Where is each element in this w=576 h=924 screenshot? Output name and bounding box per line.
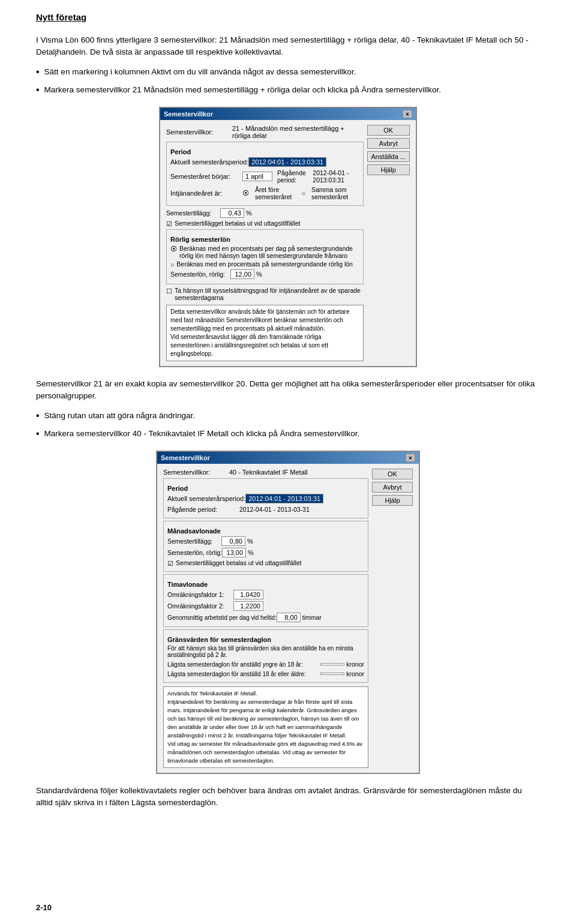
dialog2-hjalp-button[interactable]: Hjälp <box>372 495 413 506</box>
dialog1-box: Semestervillkor × Semestervillkor: 21 - … <box>159 107 417 367</box>
bullet-text-2: Markera semestervillkor 21 Månadslön med… <box>44 84 540 96</box>
dialog2-main: Semestervillkor: 40 - Teknikavtalet IF M… <box>163 469 368 768</box>
dialog2-manavlonade-section: Månadsavlonade Semestertillägg: 0,80 % S… <box>163 521 368 572</box>
dialog1-anstallda-button[interactable]: Anställda ... <box>367 151 410 162</box>
dialog2-gransvarden-section: Gränsvärden för semesterdaglon För att h… <box>163 629 368 683</box>
dialog1-avbryt-button[interactable]: Avbryt <box>367 138 410 149</box>
dialog2-wrapper: Semestervillkor × Semestervillkor: 40 - … <box>36 451 540 774</box>
dialog1-info-text: Detta semestervillkor används både för t… <box>170 308 350 357</box>
dialog2-titlebar: Semestervillkor × <box>157 452 419 464</box>
bullet-dot-4: • <box>36 429 40 439</box>
dialog2-close-button[interactable]: × <box>406 454 415 462</box>
dialog2-checkbox-betalas-label[interactable]: Semestertillägget betalas ut vid uttagst… <box>176 559 302 566</box>
dialog2-avbryt-button[interactable]: Avbryt <box>372 482 413 493</box>
dialog2-semrorlig-value[interactable]: 13,00 <box>222 548 246 557</box>
dialog1-semesterar-row: Semesteråret börjar: 1 april Pågående pe… <box>170 169 359 184</box>
dialog1-close-button[interactable]: × <box>403 110 412 118</box>
dialog2-semrorlig-row: Semesterlön, rörlig: 13,00 % <box>167 548 364 557</box>
dialog2-semtillagg-percent: % <box>247 538 253 545</box>
dialog2-lagsta-aldre-unit: kronor <box>346 670 364 677</box>
footer-text: Standardvärdena följer kollektivavtalets… <box>36 785 540 809</box>
dialog1-checkbox-betalas-row: ☑ Semestertillägget betalas ut vid uttag… <box>166 220 364 227</box>
dialog2-omraknings1-label: Omräkningsfaktor 1: <box>167 591 233 598</box>
dialog2-semestervillkor-value: 40 - Teknikavtalet IF Metall <box>229 469 308 476</box>
dialog2-omraknings2-label: Omräkningsfaktor 2: <box>167 602 233 610</box>
dialog2-semestervillkor-row: Semestervillkor: 40 - Teknikavtalet IF M… <box>163 469 368 476</box>
dialog1-aktuell-row: Aktuell semesterårsperiod: 2012:04:01 - … <box>170 157 359 167</box>
dialog1-checkbox-sysselsattning-label[interactable]: Ta hänsyn till sysselsättningsgrad för i… <box>175 287 364 301</box>
dialog1-radio2-label[interactable]: Samma som semesteråret <box>311 186 359 200</box>
dialog1-semestervillkor-row: Semestervillkor: 21 - Månadslön med seme… <box>166 125 364 139</box>
bullet-dot-1: • <box>36 67 40 77</box>
dialog1-rorlig-radio1-icon: ⦿ <box>170 245 177 253</box>
dialog2-box: Semestervillkor × Semestervillkor: 40 - … <box>156 451 420 774</box>
dialog1-titlebar: Semestervillkor × <box>160 108 416 120</box>
dialog2-omraknings2-row: Omräkningsfaktor 2: 1,2200 <box>167 601 364 611</box>
dialog2-omraknings1-row: Omräkningsfaktor 1: 1,0420 <box>167 590 364 599</box>
dialog1-radio1-label[interactable]: Året före semesteråret <box>255 186 296 200</box>
dialog1-pagaende-label: Pågående period: <box>277 169 310 184</box>
dialog1-semrorlig-row: Semesterlön, rörlig: 12,00 % <box>170 269 359 279</box>
dialog1-rorlig-radio2-row: ○ Beräknas med en procentsats på semeste… <box>170 260 359 268</box>
dialog2-omraknings1-value[interactable]: 1,0420 <box>233 590 263 599</box>
dialog1-pagaende-value: 2012-04-01 - 2013:03:31 <box>313 169 359 184</box>
dialog1-semtillagg-value[interactable]: 0,43 <box>220 208 244 218</box>
dialog1-radio2-icon: ○ <box>302 190 305 197</box>
dialog2-content: Semestervillkor: 40 - Teknikavtalet IF M… <box>157 464 419 773</box>
dialog2-semrorlig-label: Semesterlön, rörlig: <box>167 549 222 556</box>
dialog1-checkbox-betalas-icon[interactable]: ☑ <box>166 220 172 227</box>
dialog1-period-section: Period Aktuell semesterårsperiod: 2012:0… <box>166 142 364 206</box>
dialog1-wrapper: Semestervillkor × Semestervillkor: 21 - … <box>36 107 540 367</box>
dialog2-aktuell-label: Aktuell semesterårsperiod: <box>167 495 245 502</box>
dialog1-title: Semestervillkor <box>164 110 213 118</box>
bullet-text-3: Stäng rutan utan att göra några ändringa… <box>44 410 540 422</box>
dialog1-intjanar-label: Intjänandeåret är: <box>170 190 242 197</box>
dialog2-lagsta-yngre-unit: kronor <box>346 661 364 668</box>
dialog1-semtillagg-row: Semestertillägg: 0,43 % <box>166 208 364 218</box>
dialog1-semesterar-value[interactable]: 1 april <box>242 172 272 181</box>
dialog1-semestervillkor-label: Semestervillkor: <box>166 128 232 136</box>
dialog2-lagsta-aldre-field[interactable] <box>320 673 344 675</box>
dialog1-intjanar-radios: ⦿ Året före semesteråret ○ Samma som sem… <box>242 186 359 200</box>
bullet-text-1: Sätt en markering i kolumnen Aktivt om d… <box>44 66 540 78</box>
dialog2-timavlonade-label: Timavlonade <box>167 581 364 588</box>
dialog1-rorlig-radio1-label[interactable]: Beräknas med en procentsats per dag på s… <box>179 245 359 259</box>
dialog1-semtillagg-percent: % <box>246 209 252 217</box>
dialog2-genomsnitt-row: Genomsnittig arbetstid per dag vid helti… <box>167 613 364 622</box>
dialog1-info-box: Detta semestervillkor används både för t… <box>166 305 364 361</box>
bullet-item-3: • Stäng rutan utan att göra några ändrin… <box>36 410 540 422</box>
dialog2-semestervillkor-label: Semestervillkor: <box>163 469 229 476</box>
bullet-item-4: • Markera semestervillkor 40 - Teknikavt… <box>36 428 540 440</box>
dialog1-aktuell-value[interactable]: 2012:04:01 - 2013:03:31 <box>248 157 326 167</box>
dialog2-checkbox-betalas-icon[interactable]: ☑ <box>167 560 173 567</box>
dialog2-lagsta-aldre-label: Lägsta semesterdaglon för anställd 18 år… <box>167 671 320 677</box>
dialog2-semtillagg-value[interactable]: 0,80 <box>221 536 245 546</box>
dialog1-intjanar-row: Intjänandeåret är: ⦿ Året före semesterå… <box>170 186 359 200</box>
dialog1-checkbox-sysselsattning-icon[interactable]: ☐ <box>166 287 172 295</box>
dialog1-semtillagg-label: Semestertillägg: <box>166 209 220 217</box>
dialog1-semestervillkor-value: 21 - Månadslön med semestertillägg + rör… <box>232 125 364 139</box>
dialog2-omraknings2-value[interactable]: 1,2200 <box>233 601 263 611</box>
dialog1-rorlig-radio2-label[interactable]: Beräknas med en procentsats på semesterg… <box>176 260 353 268</box>
dialog1-ok-button[interactable]: OK <box>367 125 410 136</box>
dialog1-rorlig-label: Rörlig semesterlön <box>170 236 359 243</box>
dialog2-pagaende-value: 2012-04-01 - 2013-03-31 <box>239 506 310 513</box>
bullet-dot-3: • <box>36 411 40 421</box>
dialog2-semtillagg-row: Semestertillägg: 0,80 % <box>167 536 364 546</box>
dialog2-semrorlig-percent: % <box>248 549 254 556</box>
dialog2-genomsnitt-value[interactable]: 8,00 <box>277 613 301 622</box>
dialog1-period-label: Period <box>170 148 359 155</box>
dialog2-ok-button[interactable]: OK <box>372 469 413 479</box>
dialog1-hjalp-button[interactable]: Hjälp <box>367 164 410 175</box>
dialog1-semrorlig-value[interactable]: 12,00 <box>230 269 254 279</box>
dialog2-aktuell-value[interactable]: 2012:04:01 - 2013:03:31 <box>245 494 323 503</box>
dialog1-content: Semestervillkor: 21 - Månadslön med seme… <box>160 120 416 366</box>
dialog1-rorlig-radio2-icon: ○ <box>170 261 174 268</box>
dialog2-period-section: Period Aktuell semesterårsperiod: 2012:0… <box>163 478 368 518</box>
intro-text: I Visma Lön 600 finns ytterligare 3 seme… <box>36 34 540 59</box>
dialog1-semrorlig-label: Semesterlön, rörlig: <box>170 271 230 278</box>
dialog2-lagsta-yngre-field[interactable] <box>320 663 344 665</box>
dialog1-rorlig-section: Rörlig semesterlön ⦿ Beräknas med en pro… <box>166 229 364 284</box>
dialog1-checkbox-betalas-label[interactable]: Semestertillägget betalas ut vid uttagst… <box>175 220 301 227</box>
dialog2-pagaende-row: Pågående period: 2012-04-01 - 2013-03-31 <box>167 506 364 513</box>
